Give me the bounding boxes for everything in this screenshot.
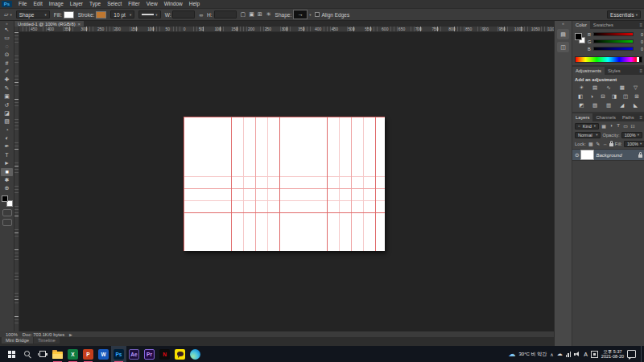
filter-pixel-icon[interactable]: ▦ <box>601 123 607 129</box>
task-view-button[interactable] <box>35 346 50 362</box>
fill-swatch[interactable] <box>64 11 74 19</box>
menu-window[interactable]: Window <box>161 0 186 8</box>
tab-swatches[interactable]: Swatches <box>590 21 617 29</box>
lock-transparency-icon[interactable]: ▩ <box>588 141 594 146</box>
clone-stamp-tool[interactable]: ▣ <box>1 93 13 101</box>
tab-paths[interactable]: Paths <box>619 113 638 121</box>
channel-value[interactable]: 0 <box>635 39 643 44</box>
photoshop[interactable]: Ps <box>111 346 126 362</box>
layer-thumbnail[interactable] <box>581 150 593 159</box>
file-explorer[interactable] <box>50 346 65 362</box>
path-alignment-icon[interactable]: ▣ <box>249 11 254 18</box>
word[interactable]: W <box>96 346 111 362</box>
menu-view[interactable]: View <box>143 0 161 8</box>
powerpoint[interactable]: P <box>80 346 96 362</box>
gradient-tool[interactable]: ▨ <box>1 117 13 125</box>
tab-color[interactable]: Color <box>572 21 590 29</box>
weather-cloud-icon[interactable]: ☁ <box>509 346 516 362</box>
lock-position-icon[interactable]: ↔ <box>602 142 609 146</box>
path-selection-tool[interactable]: ► <box>1 159 13 167</box>
menu-type[interactable]: Type <box>86 0 104 8</box>
volume-icon[interactable] <box>574 351 580 357</box>
quick-mask-button[interactable] <box>2 209 12 216</box>
onedrive-cloud-icon[interactable]: ☁ <box>557 346 563 362</box>
horizontal-ruler[interactable]: 4504003503002502001501005005010015020025… <box>19 27 554 32</box>
search-button[interactable] <box>19 346 35 362</box>
menu-help[interactable]: Help <box>186 0 203 8</box>
stroke-width-select[interactable]: 10 pt ▾ <box>110 10 134 19</box>
tab-adjustments[interactable]: Adjustments <box>572 67 605 75</box>
history-panel-icon[interactable]: ▤ <box>557 29 569 39</box>
dodge-tool[interactable]: ◐ <box>1 134 13 142</box>
menu-layer[interactable]: Layer <box>67 0 86 8</box>
zoom-tool[interactable]: ⊕ <box>1 184 13 192</box>
crop-tool[interactable]: # <box>1 60 13 68</box>
action-center-icon[interactable] <box>627 350 636 358</box>
posterize-icon[interactable]: ▧ <box>591 101 600 109</box>
pen-tool[interactable]: ✒ <box>1 142 13 150</box>
filter-adjustment-icon[interactable]: ◑ <box>608 123 614 129</box>
invert-icon[interactable]: ◩ <box>577 101 586 109</box>
custom-shape-preview[interactable]: → <box>293 10 308 19</box>
layer-row-background[interactable]: ⊙ Background <box>572 149 644 161</box>
expand-panels-icon[interactable]: « <box>555 21 572 27</box>
netflix[interactable]: N <box>157 346 172 362</box>
levels-icon[interactable]: ▤ <box>591 84 600 91</box>
foreground-color-swatch[interactable] <box>2 195 8 202</box>
panel-menu-icon[interactable]: ≡ <box>639 67 644 75</box>
gradient-map-icon[interactable]: ◣ <box>631 101 640 109</box>
menu-file[interactable]: File <box>15 0 30 8</box>
panel-menu-icon[interactable]: ≡ <box>639 21 644 29</box>
tray-overflow-chevron-icon[interactable]: ∧ <box>550 352 553 357</box>
brush-tool[interactable]: ✎ <box>1 84 13 93</box>
filter-type-icon[interactable]: T <box>615 123 621 129</box>
filter-shape-icon[interactable]: ▭ <box>622 123 629 129</box>
tab-mini-bridge[interactable]: Mini Bridge <box>2 337 33 343</box>
menu-filter[interactable]: Filter <box>125 0 142 8</box>
weather-widget[interactable]: 30°C 비 약간 <box>519 351 547 358</box>
color-spectrum-ramp[interactable] <box>575 56 642 63</box>
color-balance-icon[interactable]: ◑ <box>588 93 597 100</box>
tab-channels[interactable]: Channels <box>592 113 619 121</box>
width-input[interactable] <box>172 10 195 19</box>
hue-saturation-icon[interactable]: ◧ <box>576 93 585 100</box>
edge[interactable] <box>188 346 203 362</box>
quick-selection-tool[interactable]: ⊙ <box>1 51 13 59</box>
show-desktop-button[interactable] <box>641 346 643 362</box>
network-icon[interactable] <box>566 352 572 357</box>
mini-foreground-swatch[interactable] <box>575 33 582 40</box>
selective-color-icon[interactable]: ◢ <box>617 101 626 109</box>
vibrance-icon[interactable]: ▽ <box>631 84 640 91</box>
tab-layers[interactable]: Layers <box>572 113 592 121</box>
channel-value[interactable]: 0 <box>635 32 643 37</box>
shape-tool[interactable]: ■ <box>1 168 13 176</box>
history-brush-tool[interactable]: ↺ <box>1 101 13 109</box>
menu-image[interactable]: Image <box>46 0 67 8</box>
tool-mode-select[interactable]: Shape ▾ <box>16 10 50 19</box>
kakaotalk[interactable] <box>172 346 188 362</box>
layer-filter-select[interactable]: ○ Kind ▾ <box>575 123 599 130</box>
stroke-style-select[interactable]: ▾ <box>138 10 160 19</box>
path-arrange-icon[interactable]: ⊞ <box>258 11 262 18</box>
menu-select[interactable]: Select <box>104 0 125 8</box>
opacity-field[interactable]: 100% ▾ <box>621 132 642 138</box>
screen-mode-button[interactable] <box>2 219 12 226</box>
eraser-tool[interactable]: ◪ <box>1 109 13 117</box>
blend-mode-select[interactable]: Normal ▾ <box>575 132 601 138</box>
lock-all-icon[interactable] <box>609 143 613 146</box>
hand-tool[interactable]: ✱ <box>1 176 13 184</box>
eyedropper-tool[interactable]: ✐ <box>1 68 13 76</box>
lasso-tool[interactable]: ◌ <box>1 43 13 51</box>
tab-styles[interactable]: Styles <box>605 67 624 75</box>
vertical-ruler[interactable] <box>14 32 19 331</box>
threshold-icon[interactable]: ▥ <box>604 101 613 109</box>
start-button[interactable] <box>4 346 19 362</box>
brightness-contrast-icon[interactable]: ☀ <box>577 84 586 91</box>
gear-icon[interactable]: ✳ <box>266 11 271 18</box>
filter-smart-object-icon[interactable]: ⊡ <box>630 123 636 129</box>
channel-mixer-icon[interactable]: ◫ <box>621 93 630 100</box>
after-effects[interactable]: Ae <box>126 346 142 362</box>
channel-slider[interactable] <box>593 32 634 36</box>
close-icon[interactable]: × <box>78 22 81 27</box>
zoom-level-field[interactable]: 100% <box>6 332 18 337</box>
